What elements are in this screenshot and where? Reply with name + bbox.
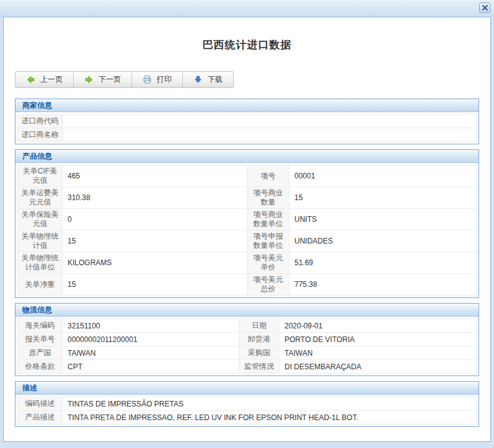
printer-icon <box>143 75 152 84</box>
field-label: 卸货港 <box>239 333 280 346</box>
field-value: UNIDADES <box>289 231 477 252</box>
field-label: 价格条款 <box>18 360 63 374</box>
field-value: DI DESEMBARAÇADA <box>280 360 477 374</box>
table-row: 关单保险美元值 0 项号商业数量单位 UNITS <box>18 209 477 231</box>
field-label: 海关编码 <box>18 319 63 333</box>
table-row: 关单CIF美元值 465 项号 00001 <box>18 165 477 187</box>
table-row: 报关单号 00000002011200001 卸货港 PORTO DE VITO… <box>18 333 477 346</box>
field-label: 关单运费美元元值 <box>18 187 63 209</box>
close-button[interactable] <box>479 2 490 13</box>
table-row: 产品描述 TINTA PRETA DE IMPRESSAO, REF. LED … <box>18 411 477 424</box>
dialog-titlebar <box>0 0 494 17</box>
field-label: 项号商业数量单位 <box>247 209 289 231</box>
field-label: 进口商代码 <box>18 115 63 128</box>
field-value: TAIWAN <box>63 346 239 360</box>
field-label: 关单物理统计值单位 <box>18 252 63 274</box>
page-title: 巴西统计进口数据 <box>4 17 490 52</box>
field-value: TINTA PRETA DE IMPRESSAO, REF. LED UV IN… <box>63 411 477 424</box>
field-label: 进口商名称 <box>18 128 63 142</box>
description-table: 编码描述 TINTAS DE IMPRESSÃO PRETAS 产品描述 TIN… <box>17 397 477 424</box>
merchant-table: 进口商代码 进口商名称 <box>17 114 477 142</box>
table-row: 海关编码 32151100 日期 2020-09-01 <box>18 319 477 333</box>
table-row: 关单物理统计值 15 项号申报数量单位 UNIDADES <box>18 231 477 252</box>
table-row: 进口商名称 <box>18 128 477 142</box>
print-button[interactable]: 打印 <box>132 72 183 87</box>
field-value: 0 <box>63 209 247 231</box>
field-value <box>63 115 477 128</box>
field-value: 775.38 <box>289 274 477 296</box>
green-arrow-left-icon <box>26 75 35 84</box>
field-value: 2020-09-01 <box>280 319 477 333</box>
field-label: 产品描述 <box>18 411 63 424</box>
field-value: 32151100 <box>63 319 239 333</box>
field-label: 关单物理统计值 <box>18 231 63 252</box>
section-merchant-title: 商家信息 <box>15 99 479 112</box>
table-row: 关单运费美元元值 310.38 项号商业数量 15 <box>18 187 477 209</box>
blue-arrow-down-icon <box>193 75 203 84</box>
green-arrow-right-icon <box>84 75 94 84</box>
field-value: KILOGRAMS <box>63 252 247 274</box>
field-value: TAIWAN <box>280 346 477 360</box>
product-table: 关单CIF美元值 465 项号 00001 关单运费美元元值 310.38 项号… <box>17 165 477 296</box>
next-page-label: 下一页 <box>99 74 121 85</box>
field-value: 15 <box>63 231 247 252</box>
logistics-table: 海关编码 32151100 日期 2020-09-01 报关单号 0000000… <box>17 318 477 374</box>
field-label: 报关单号 <box>18 333 63 346</box>
field-label: 关单保险美元值 <box>18 209 63 231</box>
field-label: 采购国 <box>239 346 280 360</box>
download-button[interactable]: 下载 <box>183 72 233 87</box>
table-row: 关单净重 15 项号美元总价 775.38 <box>18 274 477 296</box>
next-page-button[interactable]: 下一页 <box>74 72 132 87</box>
field-value: TINTAS DE IMPRESSÃO PRETAS <box>63 397 477 411</box>
field-label: 监管情况 <box>239 360 280 374</box>
section-logistics: 物流信息 海关编码 32151100 日期 2020-09-01 报关单号 00… <box>15 303 479 376</box>
field-value: 00001 <box>289 165 477 187</box>
section-logistics-title: 物流信息 <box>15 304 479 317</box>
section-description: 描述 编码描述 TINTAS DE IMPRESSÃO PRETAS 产品描述 … <box>15 381 479 427</box>
field-label: 关单净重 <box>18 274 63 296</box>
section-product: 产品信息 关单CIF美元值 465 项号 00001 关单运费美元元值 310.… <box>15 149 479 298</box>
close-icon <box>482 4 488 11</box>
field-value: 465 <box>63 165 247 187</box>
field-label: 编码描述 <box>18 397 63 411</box>
prev-page-button[interactable]: 上一页 <box>15 72 74 87</box>
field-value: 00000002011200001 <box>63 333 239 346</box>
field-label: 项号商业数量 <box>247 187 289 209</box>
field-value: 310.38 <box>63 187 247 209</box>
download-label: 下载 <box>208 74 223 85</box>
table-row: 原产国 TAIWAN 采购国 TAIWAN <box>18 346 477 360</box>
field-label: 项号美元总价 <box>247 274 289 296</box>
field-value: 51.69 <box>289 252 477 274</box>
field-label: 原产国 <box>18 346 63 360</box>
toolbar: 上一页 下一页 打印 <box>15 71 234 88</box>
field-label: 项号美元单价 <box>247 252 289 274</box>
dialog-panel: 巴西统计进口数据 上一页 下一页 <box>3 17 491 442</box>
field-label: 项号申报数量单位 <box>247 231 289 252</box>
table-row: 编码描述 TINTAS DE IMPRESSÃO PRETAS <box>18 397 477 411</box>
field-value <box>63 128 477 142</box>
prev-page-label: 上一页 <box>40 74 63 85</box>
section-merchant: 商家信息 进口商代码 进口商名称 <box>15 99 479 144</box>
field-value: PORTO DE VITORIA <box>280 333 477 346</box>
field-label: 关单CIF美元值 <box>18 165 63 187</box>
field-value: 15 <box>289 187 477 209</box>
section-product-title: 产品信息 <box>15 150 479 163</box>
table-row: 价格条款 CPT 监管情况 DI DESEMBARAÇADA <box>18 360 477 374</box>
field-label: 日期 <box>239 319 280 333</box>
field-value: UNITS <box>289 209 477 231</box>
table-row: 关单物理统计值单位 KILOGRAMS 项号美元单价 51.69 <box>18 252 477 274</box>
field-value: CPT <box>63 360 239 374</box>
field-label: 项号 <box>247 165 289 187</box>
field-value: 15 <box>63 274 247 296</box>
print-label: 打印 <box>157 74 172 85</box>
table-row: 进口商代码 <box>18 115 477 128</box>
section-description-title: 描述 <box>15 382 479 395</box>
